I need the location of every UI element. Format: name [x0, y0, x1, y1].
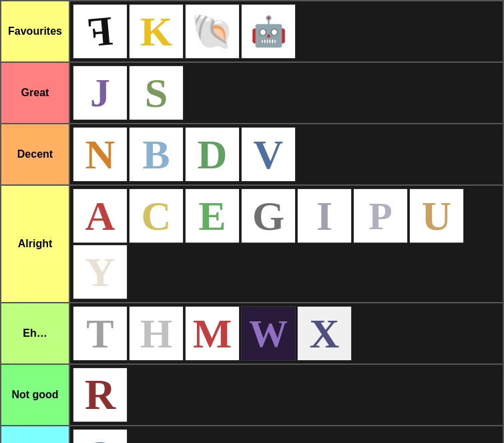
tier-label-favourites: Favourites: [1, 1, 70, 61]
tier-row-notgood: Not good R: [1, 365, 503, 426]
list-item: S: [129, 65, 184, 120]
tier-content-alright: A C E G I P U Y: [70, 186, 503, 302]
list-item: B: [129, 127, 184, 182]
list-item: O: [73, 429, 128, 443]
letter-j-icon: J: [90, 70, 110, 116]
letter-a-icon: A: [85, 192, 115, 240]
letter-t-icon: T: [86, 310, 113, 357]
list-item: T: [73, 306, 128, 361]
letter-d-icon: D: [198, 131, 228, 178]
tier-row-alright: Alright A C E G I P U Y: [1, 186, 503, 303]
tier-content-notgood: R: [70, 365, 503, 425]
letter-u-icon: U: [422, 192, 452, 240]
list-item: P: [353, 188, 408, 243]
letter-m-icon: M: [193, 310, 232, 357]
list-item: I: [297, 188, 352, 243]
list-item: R: [73, 367, 128, 422]
list-item: E: [185, 188, 240, 243]
list-item: A: [73, 188, 128, 243]
letter-n-icon: N: [85, 131, 115, 178]
list-item: H: [129, 306, 184, 361]
tier-content-decent: N B D V: [70, 124, 503, 184]
letter-c-icon: C: [142, 192, 172, 240]
tier-label-eh: Eh…: [1, 303, 70, 363]
letter-s-icon: S: [145, 69, 168, 117]
letter-b-icon: B: [142, 131, 170, 178]
letter-e-icon: E: [198, 192, 226, 240]
list-item: F: [73, 4, 128, 59]
tier-row-decent: Decent N B D V: [1, 124, 503, 186]
letter-k-icon: K: [140, 8, 172, 55]
list-item: W: [241, 306, 296, 361]
tier-label-decent: Decent: [1, 124, 70, 184]
letter-o-icon: O: [83, 432, 117, 443]
list-item: K: [129, 4, 184, 59]
tier-row-favourites: Favourites F K 🐚 🤖: [1, 1, 503, 63]
list-item: N: [73, 127, 128, 182]
tier-list: Favourites F K 🐚 🤖 Great J S: [0, 0, 504, 443]
tier-row-eh: Eh… T H M W X: [1, 303, 503, 365]
list-item: J: [73, 65, 128, 120]
tier-label-notgood: Not good: [1, 365, 70, 425]
tier-content-eh: T H M W X: [70, 303, 503, 363]
tier-label-disappointment: Disappointment to their family: [1, 426, 70, 443]
letter-i-icon: I: [316, 192, 332, 240]
tier-row-disappointment: Disappointment to their family O: [1, 426, 503, 443]
robot-icon: 🤖: [250, 14, 287, 49]
letter-r-icon: R: [85, 370, 115, 420]
letter-v-icon: V: [254, 131, 284, 178]
list-item: U: [409, 188, 464, 243]
list-item: X: [297, 306, 352, 361]
list-item: C: [129, 188, 184, 243]
tier-content-favourites: F K 🐚 🤖: [70, 1, 503, 61]
list-item: D: [185, 127, 240, 182]
letter-g-icon: G: [252, 192, 284, 240]
tier-row-great: Great J S: [1, 63, 503, 124]
list-item: V: [241, 127, 296, 182]
tier-content-great: J S: [70, 63, 503, 123]
letter-h-icon: H: [140, 310, 172, 357]
letter-y-icon: Y: [85, 249, 115, 296]
list-item: M: [185, 306, 240, 361]
list-item: 🤖: [241, 4, 296, 59]
tier-label-alright: Alright: [1, 186, 70, 302]
letter-w-icon: W: [249, 311, 288, 356]
list-item: 🐚: [185, 4, 240, 59]
tier-label-great: Great: [1, 63, 70, 123]
letter-f-icon: F: [85, 7, 115, 56]
letter-p-icon: P: [368, 194, 392, 239]
tier-content-disappointment: O: [70, 426, 503, 443]
bag-icon: 🐚: [191, 11, 234, 52]
list-item: G: [241, 188, 296, 243]
letter-x-icon: X: [310, 310, 340, 357]
list-item: Y: [73, 245, 128, 299]
